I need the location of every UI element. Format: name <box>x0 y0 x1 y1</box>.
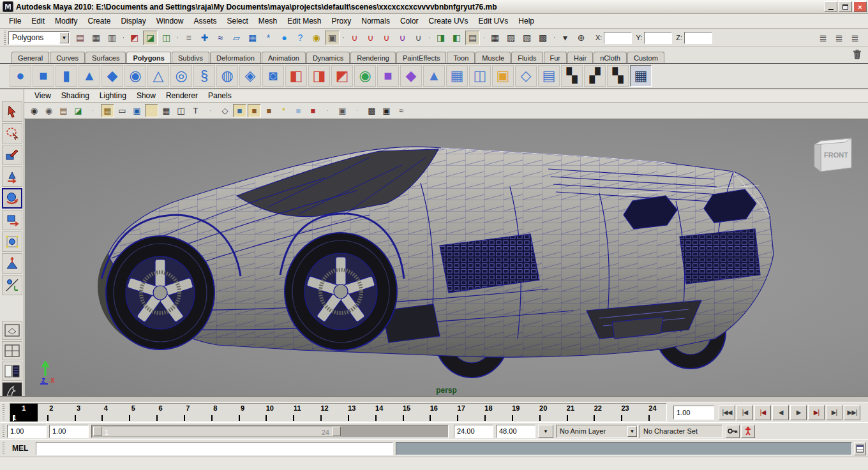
layout-four-pane-button[interactable] <box>2 341 22 360</box>
separate-icon[interactable]: ◨ <box>308 65 330 87</box>
show-channel-box-icon[interactable]: ≣ <box>848 31 862 45</box>
frame-cell[interactable]: 17 <box>447 404 475 422</box>
shelf-tab[interactable]: Dynamics <box>306 52 350 63</box>
snap-to-curve-icon[interactable]: ∪ <box>363 31 378 45</box>
shelf-tab[interactable]: Hair <box>567 52 593 63</box>
mirror-geometry-icon[interactable]: ◫ <box>469 65 491 87</box>
paint-selection-tool[interactable] <box>2 145 22 165</box>
extract-icon[interactable]: ◩ <box>331 65 353 87</box>
menu-item-display[interactable]: Display <box>116 15 151 27</box>
snap-to-grid-icon[interactable]: ∪ <box>347 31 362 45</box>
scale-tool[interactable] <box>2 210 22 230</box>
open-scene-icon[interactable]: ▦ <box>89 31 103 45</box>
layout-persp-outliner-button[interactable] <box>2 362 22 381</box>
menu-item-create-uvs[interactable]: Create UVs <box>424 15 474 27</box>
menu-item-proxy[interactable]: Proxy <box>327 15 357 27</box>
select-object-icon[interactable]: ◪ <box>143 31 158 45</box>
step-forward-key-button[interactable]: ▶| <box>808 405 825 420</box>
view-cube[interactable]: FRONT <box>812 136 857 177</box>
show-tool-settings-icon[interactable]: ≣ <box>832 31 846 45</box>
film-gate-icon[interactable]: ▭ <box>116 104 129 117</box>
shelf-tab[interactable]: Curves <box>50 52 85 63</box>
field-chart-icon[interactable]: ▦ <box>160 104 173 117</box>
shelf-tab[interactable]: Fluids <box>511 52 542 63</box>
camera-attributes-icon[interactable]: ◉ <box>42 104 56 117</box>
menu-item-select[interactable]: Select <box>221 15 253 27</box>
frame-cell[interactable]: 7 <box>174 404 202 422</box>
reduce-icon[interactable]: ◆ <box>400 65 422 87</box>
camera-bookmark-icon[interactable]: ▤ <box>57 104 70 117</box>
mel-command-input[interactable] <box>36 442 393 455</box>
menu-item-edit-mesh[interactable]: Edit Mesh <box>282 15 326 27</box>
frame-cell[interactable]: 12 <box>311 404 338 422</box>
frame-strip[interactable]: 1 1 2 3 4 5 6 <box>10 403 667 422</box>
safe-action-icon[interactable]: ◫ <box>174 104 188 117</box>
grid-toggle-icon[interactable]: ▦ <box>101 104 114 117</box>
triangulate-icon[interactable]: ▲ <box>423 65 445 87</box>
frame-cell[interactable]: 3 <box>65 404 93 422</box>
menu-item-help[interactable]: Help <box>513 15 539 27</box>
menu-item-edit[interactable]: Edit <box>26 15 50 27</box>
range-end-handle[interactable] <box>333 427 341 436</box>
step-back-frame-button[interactable]: |◀ <box>737 405 753 420</box>
frame-cell[interactable]: 22 <box>584 404 611 422</box>
menu-item-edit-uvs[interactable]: Edit UVs <box>474 15 514 27</box>
poly-plane-icon[interactable]: ◆ <box>101 65 123 87</box>
menu-item-mesh[interactable]: Mesh <box>253 15 282 27</box>
boolean-union-icon[interactable]: ◉ <box>354 65 376 87</box>
mask-dynamics-icon[interactable]: * <box>261 31 276 45</box>
range-slider-drag-handle[interactable] <box>1 425 6 438</box>
restore-button[interactable] <box>839 1 852 12</box>
range-options-dropdown-icon[interactable]: ▼ <box>538 425 553 438</box>
uv-checker-icon[interactable]: ▚ <box>607 65 629 87</box>
sculpt-geometry-icon[interactable]: ◙ <box>262 65 284 87</box>
xray-joints-icon[interactable]: ▣ <box>380 104 393 117</box>
snap-to-view-icon[interactable]: ∪ <box>411 31 426 45</box>
uv-checker-icon[interactable]: ▚ <box>561 65 583 87</box>
highlight-selection-icon[interactable]: ▣ <box>325 31 340 45</box>
bridge-icon[interactable]: ▤ <box>538 65 560 87</box>
textured-mode-icon[interactable]: ■ <box>248 104 261 117</box>
menu-item-create[interactable]: Create <box>82 15 116 27</box>
render-current-frame-icon[interactable]: ▨ <box>504 31 518 45</box>
menu-item-file[interactable]: File <box>4 15 26 27</box>
soft-modification-tool[interactable] <box>2 253 22 274</box>
shelf-tab[interactable]: Muscle <box>475 52 511 63</box>
shelf-tab[interactable]: Polygons <box>126 52 171 64</box>
frame-cell[interactable]: 9 <box>229 404 257 422</box>
poly-torus-icon[interactable]: ◉ <box>124 65 146 87</box>
shelf-tab[interactable]: General <box>11 52 49 63</box>
character-set-dropdown[interactable]: No Character Set <box>640 425 722 438</box>
y-input[interactable] <box>644 32 672 44</box>
frame-cell[interactable]: 6 <box>147 404 174 422</box>
output-connections-icon[interactable]: ◧ <box>449 31 464 45</box>
animation-start-field[interactable] <box>7 425 47 438</box>
play-backwards-button[interactable]: ◀ <box>772 405 789 420</box>
menu-item-modify[interactable]: Modify <box>50 15 82 27</box>
mask-surfaces-icon[interactable]: ▱ <box>229 31 244 45</box>
layout-single-pane-button[interactable] <box>2 321 22 340</box>
frame-cell[interactable]: 18 <box>475 404 502 422</box>
uv-checker-icon[interactable]: ▞ <box>584 65 606 87</box>
time-slider-drag-handle[interactable] <box>1 404 6 420</box>
input-connections-icon[interactable]: ◨ <box>433 31 448 45</box>
shelf-tab[interactable]: Deformation <box>210 52 261 63</box>
platonic-solid-icon[interactable]: ◈ <box>239 65 261 87</box>
chevron-down-icon[interactable]: ▼ <box>59 33 69 43</box>
frame-cell[interactable]: 8 <box>202 404 229 422</box>
frame-cell[interactable]: 11 <box>283 404 311 422</box>
extrude-icon[interactable]: ▣ <box>492 65 514 87</box>
ambient-occlusion-icon[interactable]: ■ <box>306 104 320 117</box>
panel-menu-item-lighting[interactable]: Lighting <box>94 90 131 101</box>
frame-cell[interactable]: 1 1 <box>10 404 38 422</box>
menu-item-normals[interactable]: Normals <box>356 15 395 27</box>
select-component-icon[interactable]: ◫ <box>159 31 174 45</box>
snap-to-point-icon[interactable]: ∪ <box>379 31 394 45</box>
minimize-button[interactable] <box>824 1 837 12</box>
poly-cube-icon[interactable]: ■ <box>33 65 54 87</box>
frame-cell[interactable]: 23 <box>611 404 639 422</box>
mask-curves-icon[interactable]: ≈ <box>213 31 228 45</box>
panel-menu-item-renderer[interactable]: Renderer <box>161 90 203 101</box>
frame-cell[interactable]: 15 <box>393 404 421 422</box>
command-line-drag-handle[interactable] <box>1 442 6 455</box>
